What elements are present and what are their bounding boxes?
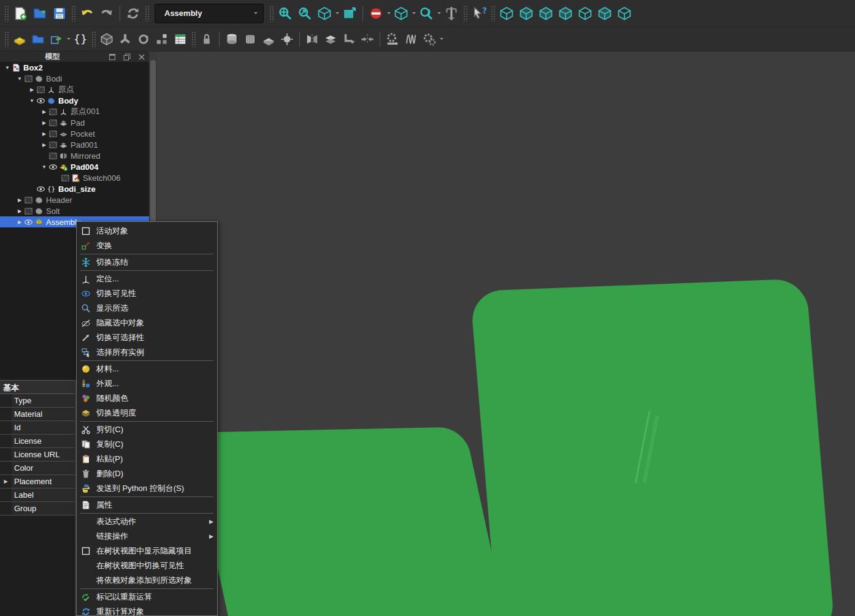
eye-hidden-icon[interactable] [48, 151, 58, 161]
zoom-selection-button[interactable] [295, 4, 315, 23]
chevron-expanded-icon[interactable]: ▼ [16, 76, 23, 82]
save-file-button[interactable] [50, 4, 69, 23]
eye-hidden-icon[interactable] [36, 85, 46, 94]
redo-button[interactable] [97, 4, 117, 23]
bearing-cylinder-button[interactable] [223, 30, 241, 48]
eye-hidden-icon[interactable] [23, 196, 34, 205]
eye-visible-icon[interactable] [36, 184, 46, 194]
menu-item-在树状视图中显示隐藏项目[interactable]: 在树状视图中显示隐藏项目 [77, 544, 217, 558]
tree-item-原点[interactable]: ▶原点 [0, 84, 149, 95]
toolbar-grip[interactable] [71, 6, 75, 21]
tree-item-Solt[interactable]: ▶Solt [0, 205, 149, 216]
mirror-horizontal-button[interactable] [303, 30, 321, 48]
toolbar-grip[interactable] [269, 6, 274, 21]
open-file-button[interactable] [30, 4, 50, 23]
menu-item-隐藏选中对象[interactable]: 隐藏选中对象 [77, 316, 217, 330]
fastener-lock-button[interactable] [197, 30, 216, 48]
solid-part-button[interactable] [10, 30, 29, 48]
close-icon[interactable] [137, 53, 147, 61]
eye-visible-icon[interactable] [23, 218, 34, 227]
chevron-collapsed-icon[interactable]: ▶ [16, 197, 23, 203]
chevron-down-icon[interactable] [411, 0, 416, 26]
chevron-down-icon[interactable] [386, 0, 391, 26]
view-axonometric-button[interactable] [315, 4, 334, 23]
chevron-expanded-icon[interactable]: ▼ [40, 164, 48, 170]
tree-item-Mirrored[interactable]: Mirrored [0, 150, 149, 161]
chevron-collapsed-icon[interactable]: ▶ [28, 87, 36, 93]
chevron-collapsed-icon[interactable]: ▶ [40, 120, 48, 126]
toolbar-grip[interactable] [491, 6, 495, 21]
view-bottom-button[interactable] [595, 4, 615, 23]
gear-measure-button[interactable] [383, 30, 402, 48]
selection-view-button[interactable] [391, 4, 411, 23]
toolbar-grip[interactable] [463, 6, 467, 21]
layer-stack-button[interactable] [321, 30, 340, 48]
menu-item-活动对象[interactable]: 活动对象 [77, 224, 217, 238]
menu-item-定位...[interactable]: 定位... [77, 272, 217, 286]
spring-tool-button[interactable] [402, 30, 420, 48]
tree-item-Pad004[interactable]: ▼Pad004 [0, 161, 149, 172]
chevron-collapsed-icon[interactable]: ▶ [40, 109, 48, 115]
eye-hidden-icon[interactable] [48, 129, 58, 139]
block-part-button[interactable] [259, 30, 278, 48]
chevron-expanded-icon[interactable]: ▼ [28, 98, 36, 104]
eye-visible-icon[interactable] [48, 162, 58, 172]
tree-item-Body[interactable]: ▼Body [0, 95, 149, 106]
view-rear-button[interactable] [575, 4, 595, 23]
property-row-id[interactable]: Id [0, 421, 75, 435]
expression-braces-button[interactable]: {} [71, 30, 90, 48]
view-right-button[interactable] [556, 4, 575, 23]
menu-item-切换冻结[interactable]: 切换冻结 [77, 255, 217, 270]
chevron-collapsed-icon[interactable]: ▶ [0, 475, 12, 488]
tree-item-Pad[interactable]: ▶Pad [0, 117, 149, 128]
toolbar-grip[interactable] [191, 31, 196, 47]
tree-item-Box2[interactable]: ▼Box2 [0, 62, 149, 73]
minimize-icon[interactable] [107, 53, 117, 61]
property-row-label[interactable]: Label [0, 489, 75, 502]
roller-knurl-button[interactable] [241, 30, 259, 48]
menu-item-将依赖对象添加到所选对象[interactable]: 将依赖对象添加到所选对象 [77, 573, 217, 588]
toolbar-grip[interactable] [145, 6, 149, 21]
menu-item-外观...[interactable]: 外观... [77, 376, 217, 391]
property-row-group[interactable]: Group [0, 502, 75, 515]
menu-item-切换可选择性[interactable]: 切换可选择性 [77, 330, 217, 345]
eye-hidden-icon[interactable] [23, 207, 34, 216]
menu-item-属性[interactable]: 属性 [77, 498, 217, 512]
view-front-button[interactable] [516, 4, 536, 23]
group-folder-button[interactable] [29, 30, 47, 48]
menu-item-重新计算对象[interactable]: 重新计算对象 [77, 604, 217, 616]
menu-item-标记以重新运算[interactable]: 标记以重新运算 [77, 590, 217, 604]
property-row-material[interactable]: Material [0, 408, 75, 421]
exploded-parts-button[interactable] [153, 30, 171, 48]
eye-hidden-icon[interactable] [60, 173, 71, 183]
chevron-collapsed-icon[interactable]: ▶ [16, 208, 23, 214]
toolbar-grip[interactable] [91, 31, 96, 47]
tree-item-Pocket[interactable]: ▶Pocket [0, 128, 149, 139]
view-isometric-button[interactable] [497, 4, 516, 23]
sync-view-button[interactable] [416, 4, 436, 23]
undo-button[interactable] [77, 4, 97, 23]
tree-item-Header[interactable]: ▶Header [0, 194, 149, 205]
menu-item-选择所有实例[interactable]: 选择所有实例 [77, 345, 217, 360]
tree-item-Sketch006[interactable]: Sketch006 [0, 172, 149, 183]
workbench-selector[interactable]: Assembly [155, 4, 264, 23]
menu-item-复制(C)[interactable]: 复制(C) [77, 437, 217, 452]
property-row-license[interactable]: License [0, 435, 75, 448]
refresh-button[interactable] [123, 4, 143, 23]
chevron-down-icon[interactable] [253, 4, 258, 23]
joint-rotate-button[interactable] [134, 30, 153, 48]
menu-item-表达式动作[interactable]: 表达式动作▶ [77, 514, 217, 529]
tree-item-原点001[interactable]: ▶原点001 [0, 106, 149, 117]
chevron-collapsed-icon[interactable]: ▶ [40, 131, 48, 137]
eye-hidden-icon[interactable] [48, 107, 58, 116]
eye-hidden-icon[interactable] [48, 140, 58, 150]
eye-hidden-icon[interactable] [23, 74, 34, 83]
drag-sphere-button[interactable] [278, 30, 296, 48]
menu-item-在树状视图中切换可见性[interactable]: 在树状视图中切换可见性 [77, 558, 217, 573]
view-top-button[interactable] [536, 4, 556, 23]
gear-settings-button[interactable] [420, 30, 439, 48]
chevron-collapsed-icon[interactable]: ▶ [16, 219, 23, 225]
new-document-button[interactable] [10, 4, 30, 23]
eye-visible-icon[interactable] [36, 96, 46, 105]
menu-item-删除(D)[interactable]: 删除(D) [77, 466, 217, 481]
